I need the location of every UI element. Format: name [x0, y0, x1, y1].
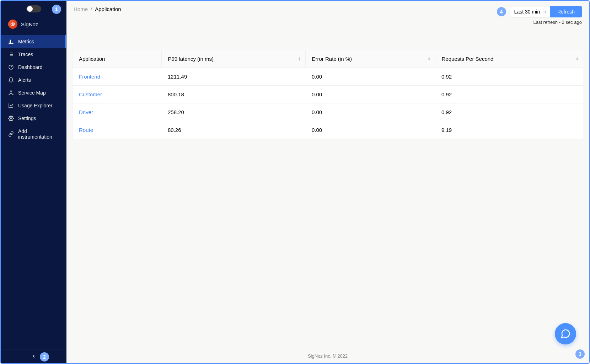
chat-fab[interactable] — [555, 323, 576, 344]
breadcrumb-current: Application — [95, 6, 121, 12]
cell-rps: 0.92 — [435, 86, 583, 103]
sidebar-item-dashboard[interactable]: Dashboard — [1, 61, 66, 74]
brand-logo-icon — [8, 20, 17, 29]
refresh-button[interactable]: Refresh — [550, 6, 582, 17]
svg-point-4 — [12, 94, 13, 95]
cell-rps: 0.92 — [435, 103, 583, 121]
nav-list: Metrics Traces Dashboard Alerts Service … — [1, 35, 66, 143]
cell-p99: 258.20 — [161, 103, 305, 121]
breadcrumb: Home / Application — [74, 6, 121, 12]
cell-p99: 80.26 — [161, 121, 305, 139]
bar-chart-icon — [8, 39, 14, 44]
app-link[interactable]: Frontend — [79, 74, 100, 80]
col-header-rps[interactable]: Requests Per Second ▲▼ — [435, 50, 583, 68]
col-header-label: P99 latency (in ms) — [168, 56, 214, 62]
sidebar-item-metrics[interactable]: Metrics — [1, 35, 66, 48]
col-header-error-rate[interactable]: Error Rate (in %) ▲▼ — [305, 50, 435, 68]
app-link[interactable]: Driver — [79, 109, 93, 115]
sidebar-item-settings[interactable]: Settings — [1, 112, 66, 125]
chevron-left-icon — [31, 354, 36, 359]
svg-point-5 — [10, 118, 12, 119]
annotation-badge-4: 4 — [497, 7, 506, 16]
app-link[interactable]: Route — [79, 127, 93, 133]
cell-rps: 0.92 — [435, 68, 583, 86]
page-footer: SigNoz Inc. © 2022 — [66, 353, 589, 359]
table-row: Frontend1211.490.000.92 — [73, 68, 583, 86]
annotation-badge-2: 2 — [40, 352, 49, 362]
dashboard-icon — [8, 64, 14, 70]
toggle-knob — [27, 6, 33, 12]
sidebar-item-service-map[interactable]: Service Map — [1, 86, 66, 99]
sidebar-item-usage-explorer[interactable]: Usage Explorer — [1, 99, 66, 112]
gear-icon — [8, 116, 14, 121]
chat-icon — [560, 328, 571, 339]
table-header-row: Application P99 latency (in ms) ▲▼ Error… — [73, 50, 583, 68]
cell-err: 0.00 — [305, 68, 435, 86]
breadcrumb-home[interactable]: Home — [74, 6, 88, 12]
cell-p99: 1211.49 — [161, 68, 305, 86]
bell-icon — [8, 77, 14, 83]
table-row: Driver258.200.000.92 — [73, 103, 583, 121]
sidebar-footer: 2 — [1, 349, 66, 363]
table-row: Route80.260.009.19 — [73, 121, 583, 139]
applications-table: Application P99 latency (in ms) ▲▼ Error… — [72, 50, 583, 139]
chevron-down-icon: ▾ — [545, 10, 546, 14]
sidebar: 1 SigNoz Metrics Traces Dashboard — [1, 1, 66, 363]
cell-err: 0.00 — [305, 86, 435, 103]
app-link[interactable]: Customer — [79, 91, 102, 97]
sidebar-item-label: Dashboard — [18, 64, 43, 70]
collapse-sidebar-button[interactable] — [31, 354, 36, 359]
cell-p99: 800.18 — [161, 86, 305, 103]
sidebar-top: 1 — [1, 1, 66, 15]
sidebar-item-add-instrumentation[interactable]: Add instrumentation — [1, 125, 66, 143]
svg-point-0 — [12, 23, 14, 25]
breadcrumb-separator: / — [91, 6, 92, 12]
theme-toggle[interactable] — [26, 5, 41, 12]
topbar: Home / Application 4 Last 30 min ▾ Refre… — [66, 1, 589, 25]
sidebar-item-label: Alerts — [18, 77, 31, 83]
sort-icon: ▲▼ — [298, 57, 301, 61]
time-range-select[interactable]: Last 30 min ▾ — [510, 6, 550, 17]
cell-err: 0.00 — [305, 103, 435, 121]
svg-point-3 — [9, 94, 10, 95]
sidebar-item-label: Service Map — [18, 90, 46, 96]
time-controls: 4 Last 30 min ▾ Refresh — [510, 6, 582, 17]
sidebar-item-traces[interactable]: Traces — [1, 48, 66, 61]
sidebar-item-label: Metrics — [18, 39, 34, 44]
sidebar-item-alerts[interactable]: Alerts — [1, 74, 66, 86]
sort-icon: ▲▼ — [428, 57, 431, 61]
col-header-application[interactable]: Application — [73, 50, 161, 68]
sidebar-item-label: Traces — [18, 52, 33, 57]
list-icon — [8, 52, 14, 57]
annotation-badge-1: 1 — [52, 5, 61, 14]
svg-point-2 — [11, 91, 12, 92]
cell-rps: 9.19 — [435, 121, 583, 139]
time-range-value: Last 30 min — [514, 9, 540, 15]
sidebar-item-label: Usage Explorer — [18, 103, 53, 108]
col-header-p99[interactable]: P99 latency (in ms) ▲▼ — [161, 50, 305, 68]
col-header-label: Error Rate (in %) — [312, 56, 352, 62]
last-refresh-text: Last refresh - 2 sec ago — [533, 20, 582, 25]
brand[interactable]: SigNoz — [1, 15, 66, 35]
col-header-label: Requests Per Second — [442, 56, 494, 62]
line-chart-icon — [8, 103, 14, 108]
brand-name: SigNoz — [21, 21, 38, 27]
main-content: Home / Application 4 Last 30 min ▾ Refre… — [66, 1, 589, 363]
table-row: Customer800.180.000.92 — [73, 86, 583, 103]
network-icon — [8, 90, 14, 96]
api-icon — [8, 131, 14, 137]
sidebar-item-label: Add instrumentation — [18, 128, 59, 140]
sidebar-item-label: Settings — [18, 116, 36, 121]
sort-icon: ▲▼ — [576, 57, 579, 61]
topbar-right: 4 Last 30 min ▾ Refresh Last refresh - 2… — [510, 6, 582, 25]
cell-err: 0.00 — [305, 121, 435, 139]
